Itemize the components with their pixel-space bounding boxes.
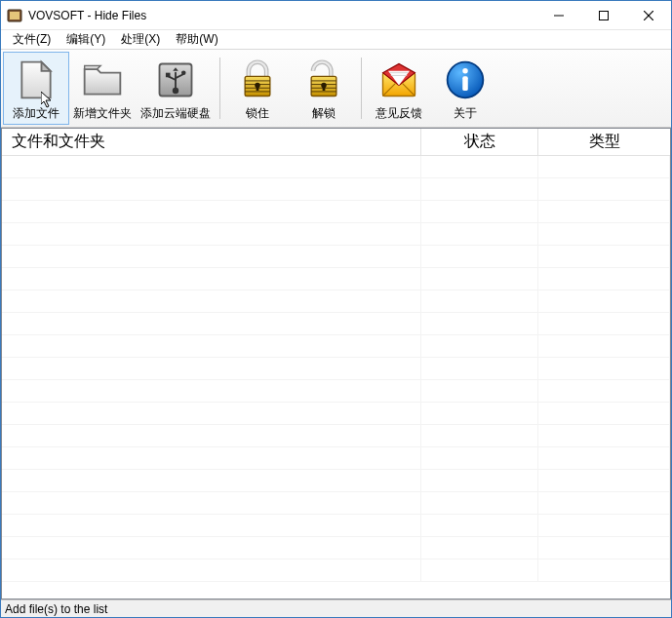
toolbar-separator: [219, 58, 220, 119]
svg-rect-3: [600, 11, 609, 19]
lock-open-icon: [300, 57, 347, 103]
table-row: [2, 358, 670, 380]
menu-help[interactable]: 帮助(W): [168, 30, 225, 49]
info-icon: [442, 57, 489, 103]
menu-edit[interactable]: 编辑(Y): [59, 30, 113, 49]
menu-bar: 文件(Z) 编辑(Y) 处理(X) 帮助(W): [1, 30, 671, 50]
new-folder-button[interactable]: 新增文件夹: [69, 52, 136, 125]
maximize-button[interactable]: [581, 1, 626, 29]
table-row: [2, 492, 670, 515]
minimize-button[interactable]: [536, 1, 581, 29]
title-bar: VOVSOFT - Hide Files: [1, 1, 671, 30]
table-row: [2, 178, 670, 201]
table-row: [2, 470, 670, 492]
add-cloud-drive-button[interactable]: 添加云端硬盘: [136, 52, 216, 125]
file-list[interactable]: 文件和文件夹 状态 类型: [1, 128, 671, 599]
lock-button[interactable]: 锁住: [224, 52, 291, 125]
table-row: [2, 515, 670, 537]
column-headers: 文件和文件夹 状态 类型: [2, 129, 670, 156]
app-window: VOVSOFT - Hide Files 文件(Z) 编辑(Y) 处理(X) 帮…: [0, 0, 672, 618]
table-row: [2, 335, 670, 358]
column-header-files[interactable]: 文件和文件夹: [2, 129, 421, 155]
folder-icon: [79, 57, 126, 103]
toolbar-separator: [361, 58, 362, 119]
toolbar-label: 新增文件夹: [73, 105, 132, 122]
list-rows: [2, 156, 670, 599]
column-header-status[interactable]: 状态: [421, 129, 538, 155]
usb-drive-icon: [152, 57, 199, 103]
table-row: [2, 537, 670, 560]
toolbar: 添加文件 新增文件夹: [1, 50, 671, 128]
envelope-icon: [376, 57, 422, 103]
unlock-button[interactable]: 解锁: [291, 52, 357, 125]
table-row: [2, 425, 670, 447]
table-row: [2, 447, 670, 470]
status-bar: Add file(s) to the list: [1, 599, 671, 617]
svg-rect-9: [166, 73, 171, 78]
toolbar-label: 意见反馈: [376, 105, 422, 122]
svg-point-10: [181, 70, 186, 75]
svg-point-29: [462, 68, 468, 74]
add-file-button[interactable]: 添加文件: [3, 52, 69, 125]
about-button[interactable]: 关于: [432, 52, 498, 125]
svg-rect-1: [10, 12, 20, 19]
table-row: [2, 268, 670, 290]
feedback-button[interactable]: 意见反馈: [366, 52, 432, 125]
window-controls: [536, 1, 671, 29]
table-row: [2, 246, 670, 268]
svg-point-8: [174, 89, 178, 94]
close-button[interactable]: [626, 1, 671, 29]
lock-closed-icon: [234, 57, 281, 103]
cursor-icon: [41, 92, 55, 112]
svg-rect-17: [257, 86, 259, 92]
menu-file[interactable]: 文件(Z): [5, 30, 59, 49]
table-row: [2, 290, 670, 313]
table-row: [2, 223, 670, 246]
toolbar-label: 关于: [454, 105, 477, 122]
table-row: [2, 201, 670, 223]
menu-process[interactable]: 处理(X): [113, 30, 168, 49]
toolbar-label: 添加云端硬盘: [140, 105, 211, 122]
column-header-type[interactable]: 类型: [538, 129, 670, 155]
table-row: [2, 560, 670, 582]
table-row: [2, 156, 670, 178]
window-title: VOVSOFT - Hide Files: [28, 9, 536, 22]
table-row: [2, 313, 670, 335]
toolbar-label: 解锁: [312, 105, 336, 122]
status-text: Add file(s) to the list: [5, 602, 107, 616]
svg-rect-30: [462, 76, 468, 91]
app-icon: [7, 8, 22, 23]
svg-rect-24: [323, 86, 326, 92]
table-row: [2, 380, 670, 403]
toolbar-label: 锁住: [246, 105, 269, 122]
table-row: [2, 403, 670, 425]
